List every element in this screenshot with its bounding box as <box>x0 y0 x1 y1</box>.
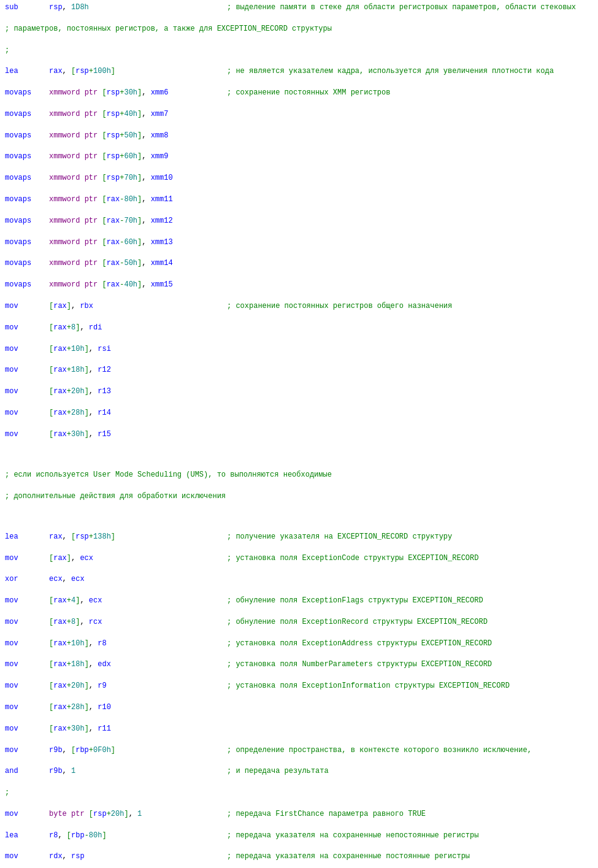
instr-line: movapsxmmword ptr [rax-70h], xmm12 <box>5 216 593 226</box>
comment: ; передача FirstChance параметра равного… <box>227 809 426 820</box>
mnemonic: movaps <box>5 237 49 248</box>
comment-line: ; если используется User Mode Scheduling… <box>5 470 593 480</box>
instr-line: movapsxmmword ptr [rax-40h], xmm15 <box>5 280 593 290</box>
operands: [rax+30h], r15 <box>49 429 227 440</box>
operands: [rax+20h], r13 <box>49 386 227 397</box>
comment: ; передача указателя на сохраненные непо… <box>227 831 478 841</box>
comment-line: ; параметров, постоянных регистров, а та… <box>5 24 593 34</box>
comment: ; обнуление поля ExceptionRecord структу… <box>227 617 488 628</box>
operands: rax, [rsp+138h] <box>49 532 227 542</box>
instr-line: andr9b, 1; и передача результата <box>5 766 593 777</box>
comment: ; не является указателем кадра, использу… <box>227 66 554 77</box>
operands: r9b, 1 <box>49 766 227 777</box>
mnemonic: mov <box>5 809 49 820</box>
operands: r8, [rbp-80h] <box>49 831 227 841</box>
operands: [rax+4], ecx <box>49 596 227 606</box>
mnemonic: lea <box>5 831 49 841</box>
mnemonic: movaps <box>5 173 49 183</box>
mnemonic: lea <box>5 66 49 77</box>
mnemonic: mov <box>5 365 49 375</box>
comment: ; выделение памяти в стеке для области р… <box>227 2 576 13</box>
instr-line: mov[rax+30h], r15 <box>5 429 593 440</box>
operands: [rax+18h], edx <box>49 659 227 670</box>
operands: [rax+8], rcx <box>49 617 227 628</box>
comment: ; определение пространства, в контексте … <box>227 745 532 756</box>
operands: rdx, rsp <box>49 851 227 862</box>
mnemonic: movaps <box>5 152 49 162</box>
mnemonic: mov <box>5 681 49 691</box>
operands: [rax+20h], r9 <box>49 681 227 691</box>
operands: byte ptr [rsp+20h], 1 <box>49 809 227 820</box>
comment: ; установка поля ExceptionAddress структ… <box>227 639 492 649</box>
mnemonic: movaps <box>5 194 49 205</box>
operands: xmmword ptr [rsp+50h], xmm8 <box>49 131 227 141</box>
operands: [rax+30h], r11 <box>49 724 227 734</box>
mnemonic: mov <box>5 429 49 440</box>
operands: xmmword ptr [rax-80h], xmm11 <box>49 194 227 205</box>
instr-line: movapsxmmword ptr [rax-60h], xmm13 <box>5 237 593 248</box>
operands: [rax+10h], rsi <box>49 344 227 355</box>
comment: ; сохранение постоянных регистров общего… <box>227 301 452 312</box>
mnemonic: mov <box>5 301 49 312</box>
instr-line: mov[rax+8], rcx; обнуление поля Exceptio… <box>5 617 593 628</box>
instr-line: learax, [rsp+138h]; получение указателя … <box>5 532 593 542</box>
mnemonic: mov <box>5 851 49 862</box>
instr-line: movapsxmmword ptr [rsp+70h], xmm10 <box>5 173 593 183</box>
mnemonic: mov <box>5 659 49 670</box>
instr-line: movapsxmmword ptr [rax-80h], xmm11 <box>5 194 593 205</box>
mnemonic: mov <box>5 702 49 713</box>
comment-line: ; <box>5 788 593 798</box>
mnemonic: mov <box>5 408 49 418</box>
instr-line: mov[rax+4], ecx; обнуление поля Exceptio… <box>5 596 593 606</box>
mnemonic: and <box>5 766 49 777</box>
mnemonic: mov <box>5 724 49 734</box>
mnemonic: xor <box>5 574 49 585</box>
operands: xmmword ptr [rax-70h], xmm12 <box>49 216 227 226</box>
comment: ; установка поля NumberParameters структ… <box>227 659 492 670</box>
comment: ; получение указателя на EXCEPTION_RECOR… <box>227 532 452 542</box>
assembly-code: subrsp, 1D8h; выделение памяти в стеке д… <box>5 2 593 868</box>
comment-line: ; <box>5 45 593 56</box>
instr-line: mov[rax+18h], r12 <box>5 365 593 375</box>
instr-line: mov[rax], rbx; сохранение постоянных рег… <box>5 301 593 312</box>
mnemonic: mov <box>5 553 49 564</box>
operands: xmmword ptr [rsp+60h], xmm9 <box>49 152 227 162</box>
instr-line: mov[rax+10h], rsi <box>5 344 593 355</box>
instr-line: mov[rax+20h], r13 <box>5 386 593 397</box>
operands: [rax], rbx <box>49 301 227 312</box>
instr-line: lear8, [rbp-80h]; передача указателя на … <box>5 831 593 841</box>
operands: [rax+8], rdi <box>49 323 227 333</box>
operands: xmmword ptr [rsp+30h], xmm6 <box>49 88 227 98</box>
operands: r9b, [rbp+0F0h] <box>49 745 227 756</box>
blank-line <box>5 450 593 459</box>
mnemonic: mov <box>5 596 49 606</box>
comment: ; и передача результата <box>227 766 329 777</box>
comment-line: ; дополнительные действия для обработки … <box>5 491 593 502</box>
instr-line: subrsp, 1D8h; выделение памяти в стеке д… <box>5 2 593 13</box>
instr-line: movr9b, [rbp+0F0h]; определение простран… <box>5 745 593 756</box>
mnemonic: lea <box>5 532 49 542</box>
mnemonic: movaps <box>5 216 49 226</box>
instr-line: mov[rax+20h], r9; установка поля Excepti… <box>5 681 593 691</box>
instr-line: movapsxmmword ptr [rsp+60h], xmm9 <box>5 152 593 162</box>
comment: ; установка поля ExceptionCode структуры… <box>227 553 478 564</box>
mnemonic: movaps <box>5 109 49 120</box>
operands: xmmword ptr [rax-40h], xmm15 <box>49 280 227 290</box>
operands: [rax+28h], r10 <box>49 702 227 713</box>
operands: [rax+18h], r12 <box>49 365 227 375</box>
blank-line <box>5 512 593 521</box>
instr-line: mov[rax+28h], r14 <box>5 408 593 418</box>
operands: ecx, ecx <box>49 574 227 585</box>
mnemonic: movaps <box>5 258 49 269</box>
mnemonic: mov <box>5 617 49 628</box>
instr-line: movbyte ptr [rsp+20h], 1; передача First… <box>5 809 593 820</box>
mnemonic: mov <box>5 639 49 649</box>
instr-line: movrdx, rsp; передача указателя на сохра… <box>5 851 593 862</box>
mnemonic: mov <box>5 344 49 355</box>
operands: rax, [rsp+100h] <box>49 66 227 77</box>
instr-line: xorecx, ecx <box>5 574 593 585</box>
comment: ; передача указателя на сохраненные пост… <box>227 851 470 862</box>
mnemonic: sub <box>5 2 49 13</box>
mnemonic: mov <box>5 386 49 397</box>
mnemonic: mov <box>5 745 49 756</box>
